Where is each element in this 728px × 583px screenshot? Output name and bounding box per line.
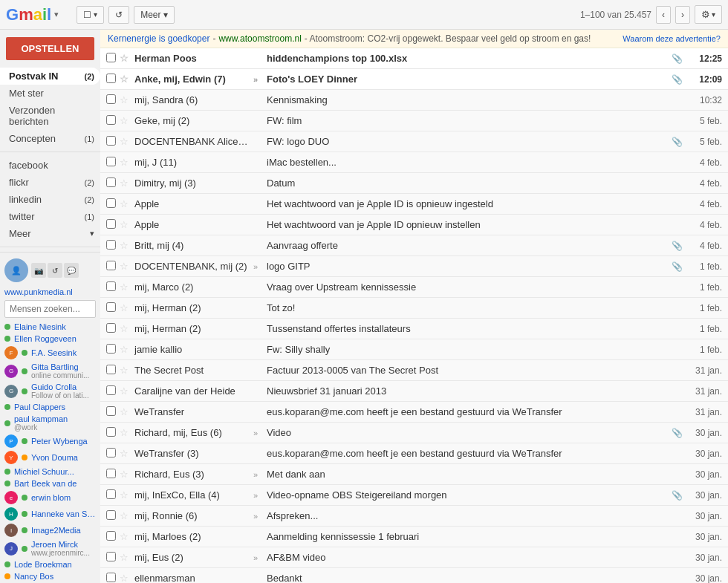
sidebar-item-starred[interactable]: Met ster	[0, 85, 100, 102]
sidebar-item-more[interactable]: Meer ▾	[0, 225, 100, 242]
row-checkbox[interactable]	[106, 94, 120, 106]
archive-button[interactable]: ☐ ▾	[77, 6, 104, 24]
star-icon[interactable]: ☆	[120, 198, 131, 209]
row-checkbox[interactable]	[106, 489, 120, 501]
star-icon[interactable]: ☆	[120, 427, 131, 438]
ad-why-link[interactable]: Waarom deze advertentie?	[623, 34, 721, 43]
table-row[interactable]: ☆ Richard, mij, Eus (6) » Video 📎 30 jan…	[100, 423, 728, 443]
row-checkbox[interactable]	[106, 157, 120, 169]
table-row[interactable]: ☆ Anke, mij, Edwin (7) » Foto's LOEY Din…	[100, 69, 728, 90]
sidebar-item-inbox[interactable]: Postvak IN (2)	[0, 68, 100, 85]
row-checkbox[interactable]	[106, 281, 120, 293]
sidebar-item-flickr[interactable]: flickr (2)	[0, 174, 100, 191]
refresh-button[interactable]: ↺	[108, 6, 129, 24]
contact-item[interactable]: Lode Broekman	[4, 558, 96, 570]
row-checkbox[interactable]	[106, 448, 120, 460]
star-icon[interactable]: ☆	[120, 74, 131, 85]
contact-item[interactable]: P Peter Wybenga	[4, 433, 96, 449]
star-icon[interactable]: ☆	[120, 531, 131, 542]
contact-item[interactable]: Ellen Roggeveen	[4, 333, 96, 345]
row-checkbox[interactable]	[106, 531, 120, 543]
table-row[interactable]: ☆ mij, Eus (2) » AF&BM video 30 jan.	[100, 547, 728, 568]
row-checkbox[interactable]	[106, 344, 120, 356]
settings-button[interactable]: ⚙ ▾	[695, 5, 722, 24]
site-link[interactable]: www.punkmedia.nl	[4, 287, 96, 297]
row-checkbox[interactable]	[106, 115, 120, 127]
contact-item[interactable]: F F.A. Seesink	[4, 345, 96, 361]
row-checkbox[interactable]	[106, 406, 120, 418]
table-row[interactable]: ☆ jamie kallio Fw: Silly shally 1 feb.	[100, 339, 728, 360]
row-checkbox[interactable]	[106, 365, 120, 377]
table-row[interactable]: ☆ WeTransfer eus.koparan@me.com heeft je…	[100, 402, 728, 423]
table-row[interactable]: ☆ mij, J (11) iMac bestellen... 4 feb.	[100, 152, 728, 173]
table-row[interactable]: ☆ Geke, mij (2) FW: film 5 feb.	[100, 111, 728, 131]
row-checkbox[interactable]	[106, 53, 120, 65]
star-icon[interactable]: ☆	[120, 281, 131, 293]
star-icon[interactable]: ☆	[120, 489, 131, 501]
contact-item[interactable]: J Jeroen Mirck www.jeroenmirc...	[4, 538, 96, 558]
row-checkbox[interactable]	[106, 323, 120, 335]
table-row[interactable]: ☆ mij, Herman (2) Tot zo! 1 feb.	[100, 298, 728, 319]
table-row[interactable]: ☆ mij, Ronnie (6) » Afspreken... 30 jan.	[100, 506, 728, 527]
star-icon[interactable]: ☆	[120, 365, 131, 376]
table-row[interactable]: ☆ Britt, mij (4) Aanvraag offerte 📎 4 fe…	[100, 235, 728, 256]
star-icon[interactable]: ☆	[120, 177, 131, 189]
sidebar-item-facebook[interactable]: facebook	[0, 157, 100, 174]
contact-item[interactable]: Elaine Niesink	[4, 321, 96, 333]
table-row[interactable]: ☆ Herman Poos hiddenchampions top 100.xl…	[100, 48, 728, 69]
row-checkbox[interactable]	[106, 136, 120, 148]
next-page-button[interactable]: ›	[675, 6, 690, 24]
prev-page-button[interactable]: ‹	[656, 6, 671, 24]
star-icon[interactable]: ☆	[120, 157, 131, 168]
ad-link[interactable]: Kernenergie is goedkoper	[108, 33, 209, 44]
contact-item[interactable]: paul kampman @work	[4, 413, 96, 433]
row-checkbox[interactable]	[106, 552, 120, 564]
sidebar-item-linkedin[interactable]: linkedin (2)	[0, 191, 100, 208]
table-row[interactable]: ☆ Apple Het wachtwoord van je Apple ID o…	[100, 215, 728, 235]
star-icon[interactable]: ☆	[120, 261, 131, 272]
sidebar-item-twitter[interactable]: twitter (1)	[0, 208, 100, 225]
star-icon[interactable]: ☆	[120, 406, 131, 417]
star-icon[interactable]: ☆	[120, 448, 131, 459]
table-row[interactable]: ☆ Caralijne van der Heide Nieuwsbrief 31…	[100, 381, 728, 402]
star-icon[interactable]: ☆	[120, 323, 131, 334]
table-row[interactable]: ☆ DOCENTENBANK Alice Tromp FW: logo DUO …	[100, 131, 728, 152]
contact-icon-btn-3[interactable]: 💬	[64, 263, 79, 278]
contact-icon-btn-2[interactable]: ↺	[48, 263, 62, 278]
row-checkbox[interactable]	[106, 302, 120, 314]
row-checkbox[interactable]	[106, 198, 120, 210]
row-checkbox[interactable]	[106, 469, 120, 481]
compose-button[interactable]: OPSTELLEN	[6, 37, 94, 60]
row-checkbox[interactable]	[106, 573, 120, 584]
star-icon[interactable]: ☆	[120, 219, 131, 230]
contact-item[interactable]: Nancy Bos	[4, 570, 96, 582]
more-button[interactable]: Meer ▾	[134, 6, 175, 24]
sidebar-item-drafts[interactable]: Concepten (1)	[0, 130, 100, 147]
contact-item[interactable]: I Image2Media	[4, 522, 96, 538]
row-checkbox[interactable]	[106, 219, 120, 231]
table-row[interactable]: ☆ Dimitry, mij (3) Datum 4 feb.	[100, 173, 728, 194]
table-row[interactable]: ☆ The Secret Post Factuur 2013-0005 van …	[100, 360, 728, 381]
table-row[interactable]: ☆ mij, Sandra (6) Kennismaking 10:32	[100, 90, 728, 111]
contact-item[interactable]: G Guido Crolla Follow of on lati...	[4, 381, 96, 401]
table-row[interactable]: ☆ mij, Marco (2) Vraag over Upstream ken…	[100, 277, 728, 298]
contact-item[interactable]: e erwin blom	[4, 489, 96, 506]
star-icon[interactable]: ☆	[120, 469, 131, 480]
table-row[interactable]: ☆ mij, Herman (2) Tussenstand offertes i…	[100, 319, 728, 339]
star-icon[interactable]: ☆	[120, 302, 131, 313]
table-row[interactable]: ☆ mij, Marloes (2) Aanmelding kennissess…	[100, 527, 728, 547]
table-row[interactable]: ☆ Apple Het wachtwoord van je Apple ID i…	[100, 194, 728, 215]
star-icon[interactable]: ☆	[120, 53, 131, 64]
star-icon[interactable]: ☆	[120, 573, 131, 583]
row-checkbox[interactable]	[106, 427, 120, 439]
sidebar-item-sent[interactable]: Verzonden berichten	[0, 102, 100, 130]
row-checkbox[interactable]	[106, 240, 120, 252]
contact-search-input[interactable]	[4, 300, 96, 318]
contact-item[interactable]: G Gitta Bartling online communi...	[4, 361, 96, 381]
row-checkbox[interactable]	[106, 510, 120, 522]
row-checkbox[interactable]	[106, 74, 120, 85]
star-icon[interactable]: ☆	[120, 136, 131, 147]
star-icon[interactable]: ☆	[120, 344, 131, 355]
gmail-dropdown-arrow[interactable]: ▾	[54, 10, 59, 19]
contact-item[interactable]: H Hanneke van St...	[4, 506, 96, 522]
